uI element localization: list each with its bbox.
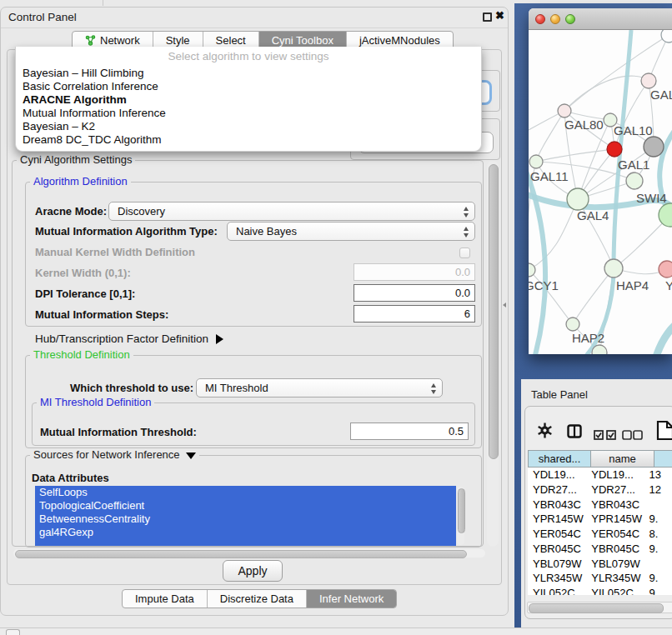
table-cell: 8. bbox=[644, 527, 672, 542]
table-body: YDL19...YDL19...13YDR27...YDR27...12YBR0… bbox=[528, 468, 672, 595]
network-node-gcy1[interactable] bbox=[529, 263, 535, 277]
algorithm-option-basic-correlation-inference[interactable]: Basic Correlation Inference bbox=[16, 80, 481, 93]
algorithm-dropdown: Select algorithm to view settings Bayesi… bbox=[15, 47, 482, 152]
mi-threshold-group-title: MI Threshold Definition bbox=[37, 397, 154, 408]
close-window-icon[interactable] bbox=[535, 14, 545, 24]
table-row[interactable]: YDR27...YDR27...12 bbox=[528, 482, 672, 498]
network-window-titlebar[interactable] bbox=[529, 8, 672, 30]
panel-resize-grabber-icon[interactable] bbox=[503, 302, 506, 308]
algorithm-option-bayesian-hill-climbing[interactable]: Bayesian – Hill Climbing bbox=[16, 67, 481, 80]
mi-threshold-field[interactable]: 0.5 bbox=[350, 422, 469, 440]
scrollbar-thumb[interactable] bbox=[529, 603, 664, 613]
table-row[interactable]: YIL052CYIL052C9. bbox=[528, 586, 672, 595]
tab-label: Impute Data bbox=[135, 590, 194, 608]
close-icon[interactable]: ✖ bbox=[495, 9, 504, 22]
scrollbar-thumb[interactable] bbox=[458, 488, 465, 533]
tab-discretize-data[interactable]: Discretize Data bbox=[208, 590, 307, 608]
titlebar-divider bbox=[1, 28, 508, 28]
tab-label: Discretize Data bbox=[220, 590, 293, 608]
network-node-gal4[interactable] bbox=[567, 188, 589, 210]
network-node[interactable] bbox=[644, 137, 664, 157]
network-node-gal[interactable] bbox=[641, 73, 656, 88]
manual-kernel-label: Manual Kernel Width Definition bbox=[35, 246, 195, 258]
tab-infer-network[interactable]: Infer Network bbox=[307, 590, 396, 608]
algorithm-option-aracne-algorithm[interactable]: ARACNE Algorithm bbox=[16, 93, 481, 107]
table-cell: YDL19... bbox=[586, 468, 644, 482]
float-panel-icon[interactable] bbox=[483, 12, 492, 22]
node-label-gal80: GAL80 bbox=[564, 118, 604, 132]
column-header-name[interactable]: name bbox=[591, 450, 654, 468]
node-label-gal4: GAL4 bbox=[577, 208, 609, 222]
network-view-window: GALGAL80GAL10GAL1GAL11GAL4SWI4GCY1HAP4YH… bbox=[529, 8, 672, 354]
gear-icon[interactable] bbox=[537, 422, 553, 442]
split-view-icon[interactable] bbox=[567, 424, 582, 442]
checked-columns-icon[interactable] bbox=[594, 428, 616, 443]
table-row[interactable]: YBR043CYBR043C bbox=[528, 498, 672, 512]
algorithm-option-dream8-dc-tdc-algorithm[interactable]: Dream8 DC_TDC Algorithm bbox=[16, 133, 481, 147]
mi-type-select[interactable]: Naive Bayes bbox=[227, 222, 475, 241]
table-row[interactable]: YER054CYER054C8. bbox=[528, 527, 672, 542]
network-node-hap2[interactable] bbox=[566, 318, 579, 331]
table-row[interactable]: YPR145WYPR145W9. bbox=[528, 512, 672, 527]
network-node-gal11[interactable] bbox=[529, 155, 543, 168]
dpi-tolerance-field[interactable]: 0.0 bbox=[354, 284, 475, 302]
minimize-window-icon[interactable] bbox=[550, 14, 560, 24]
table-cell: YBR043C bbox=[586, 498, 644, 512]
which-threshold-select[interactable]: MI Threshold bbox=[196, 378, 443, 398]
network-canvas[interactable]: GALGAL80GAL10GAL1GAL11GAL4SWI4GCY1HAP4YH… bbox=[529, 30, 672, 354]
scrollbar-thumb[interactable] bbox=[15, 550, 467, 558]
screen: Control Panel ✖ NetworkStyleSelectCyni T… bbox=[0, 0, 672, 635]
network-node-gal80[interactable] bbox=[558, 104, 571, 118]
table-cell: 9. bbox=[644, 586, 672, 595]
network-node-hap4[interactable] bbox=[604, 259, 623, 278]
minimized-panel-icon[interactable] bbox=[6, 629, 20, 635]
table-cell: YPR145W bbox=[528, 512, 586, 527]
table-horizontal-scrollbar[interactable] bbox=[527, 602, 672, 613]
settings-horizontal-scrollbar[interactable] bbox=[13, 549, 485, 558]
table-row[interactable]: YBR045CYBR045C9. bbox=[528, 542, 672, 557]
algorithm-definition-title: Algorithm Definition bbox=[30, 176, 131, 188]
network-node-y[interactable] bbox=[659, 261, 672, 278]
network-node[interactable] bbox=[607, 142, 622, 157]
algorithm-option-bayesian-k2[interactable]: Bayesian – K2 bbox=[16, 120, 481, 133]
mi-steps-field[interactable]: 6 bbox=[354, 305, 475, 322]
unchecked-columns-icon[interactable] bbox=[622, 428, 643, 443]
sources-collapse-header[interactable]: Sources for Network Inference bbox=[30, 449, 199, 461]
zoom-window-icon[interactable] bbox=[565, 14, 575, 24]
scrollbar-thumb[interactable] bbox=[489, 164, 499, 459]
aracne-mode-select[interactable]: Discovery bbox=[108, 202, 475, 221]
page-icon[interactable] bbox=[656, 420, 672, 444]
kernel-width-field[interactable]: 0.0 bbox=[354, 263, 475, 281]
tab-impute-data[interactable]: Impute Data bbox=[123, 590, 208, 608]
settings-vertical-scrollbar[interactable] bbox=[487, 161, 499, 547]
sources-title: Sources for Network Inference bbox=[33, 448, 180, 461]
kernel-width-label: Kernel Width (0,1): bbox=[35, 267, 131, 279]
algorithm-option-mutual-information-inference[interactable]: Mutual Information Inference bbox=[16, 107, 481, 120]
attribute-item-betweennesscentrality[interactable]: BetweennessCentrality bbox=[35, 512, 456, 526]
table-cell: YIL052C bbox=[586, 586, 644, 595]
table-cell: YBL079W bbox=[586, 557, 644, 572]
table-row[interactable]: YBL079WYBL079W bbox=[528, 557, 672, 572]
attribute-list-scrollbar[interactable] bbox=[457, 487, 464, 545]
table-row[interactable]: YLR345WYLR345W9. bbox=[528, 571, 672, 586]
network-node-swi4[interactable] bbox=[659, 203, 672, 227]
dpi-tolerance-label: DPI Tolerance [0,1]: bbox=[35, 288, 135, 300]
table-cell: 12 bbox=[644, 482, 672, 498]
table-row[interactable]: YDL19...YDL19...13 bbox=[528, 468, 672, 482]
hub-definition-expander[interactable]: Hub/Transcription Factor Definition bbox=[35, 332, 223, 345]
collapse-down-icon bbox=[186, 452, 196, 459]
tab-label: Infer Network bbox=[319, 590, 384, 608]
attribute-item-topologicalcoefficient[interactable]: TopologicalCoefficient bbox=[35, 499, 456, 512]
aracne-mode-value: Discovery bbox=[118, 205, 165, 218]
column-header-2[interactable] bbox=[654, 450, 672, 468]
manual-kernel-checkbox[interactable] bbox=[459, 248, 470, 258]
network-node[interactable] bbox=[661, 30, 672, 42]
mi-type-value: Naive Bayes bbox=[236, 225, 297, 238]
network-node-gal1[interactable] bbox=[626, 172, 643, 189]
table-cell bbox=[644, 498, 672, 512]
attribute-item-selfloops[interactable]: SelfLoops bbox=[35, 486, 456, 499]
apply-button[interactable]: Apply bbox=[223, 560, 283, 582]
which-threshold-value: MI Threshold bbox=[205, 382, 268, 394]
column-header-shared[interactable]: shared... bbox=[528, 450, 591, 468]
attribute-item-gal4rgexp[interactable]: gal4RGexp bbox=[35, 526, 456, 539]
